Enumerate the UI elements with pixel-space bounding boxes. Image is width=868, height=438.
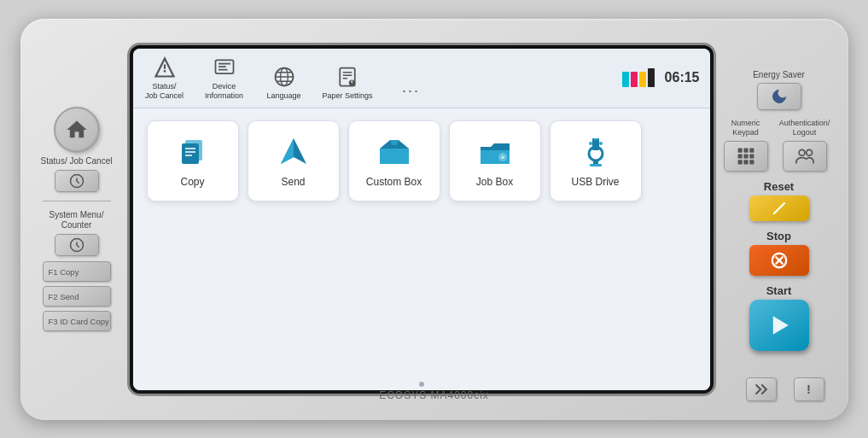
status-job-section: Status/ Job Cancel <box>41 107 113 192</box>
svg-text:+: + <box>501 155 504 161</box>
custom-box-label: Custom Box <box>366 176 422 188</box>
right-panel: Energy Saver Numeric Keypad <box>724 70 835 368</box>
start-button[interactable] <box>749 300 809 351</box>
svg-point-47 <box>806 149 812 155</box>
svg-rect-7 <box>218 66 226 67</box>
ink-magenta <box>631 72 638 87</box>
copy-label: Copy <box>180 176 204 188</box>
f3-id-card-button[interactable]: F3 ID Card Copy <box>43 311 111 331</box>
svg-rect-37 <box>737 148 742 152</box>
stop-label: Stop <box>766 230 791 242</box>
screen: Status/Job Cancel DeviceInformation <box>133 49 710 390</box>
start-label: Start <box>766 284 792 297</box>
svg-rect-8 <box>218 68 228 70</box>
nav-device-information[interactable]: DeviceInformation <box>203 55 246 101</box>
screen-container: Status/Job Cancel DeviceInformation <box>130 45 714 394</box>
left-panel: Status/ Job Cancel System Menu/ Counter … <box>34 107 119 331</box>
numeric-keypad-label: Numeric Keypad <box>724 119 768 137</box>
divider <box>43 201 111 201</box>
svg-rect-45 <box>749 160 754 164</box>
app-grid: Copy Send <box>147 120 696 201</box>
nav-paper-settings-label: Paper Settings <box>323 91 373 101</box>
status-job-cancel-label: Status/ Job Cancel <box>41 156 113 166</box>
svg-point-46 <box>799 149 805 155</box>
svg-rect-39 <box>749 148 754 152</box>
reset-label: Reset <box>764 180 794 193</box>
ink-levels <box>622 68 655 87</box>
svg-rect-36 <box>594 138 597 140</box>
system-menu-label: System Menu/ Counter <box>34 210 119 231</box>
system-menu-section: System Menu/ Counter <box>34 210 119 256</box>
energy-saver-section: Energy Saver <box>724 70 835 110</box>
svg-point-35 <box>599 142 603 145</box>
ink-black <box>648 68 655 87</box>
ink-yellow <box>639 72 646 87</box>
job-box-tile[interactable]: + Job Box <box>449 120 541 201</box>
svg-rect-22 <box>182 143 199 164</box>
screen-header: Status/Job Cancel DeviceInformation <box>133 49 710 108</box>
f2-send-button[interactable]: F2 Send <box>43 286 111 307</box>
svg-rect-33 <box>590 164 602 166</box>
svg-text:!: ! <box>807 382 811 396</box>
time-display: 06:15 <box>665 70 700 85</box>
reset-button[interactable] <box>749 196 809 221</box>
auth-logout-label: Authentication/ Logout <box>775 119 835 137</box>
energy-saver-label: Energy Saver <box>753 70 805 79</box>
svg-point-3 <box>163 70 166 73</box>
system-menu-button[interactable] <box>55 234 99 256</box>
more-dots[interactable]: ··· <box>402 82 420 100</box>
svg-rect-40 <box>737 154 742 158</box>
f1-copy-button[interactable]: F1 Copy <box>43 261 111 282</box>
ink-time-row: 06:15 <box>622 68 700 87</box>
fn-button-group: F1 Copy F2 Send F3 ID Card Copy <box>34 261 119 331</box>
nav-more[interactable]: ··· <box>390 82 433 100</box>
nav-status-label: Status/Job Cancel <box>145 82 184 101</box>
nav-paper-settings[interactable]: Paper Settings <box>323 65 373 101</box>
model-name: ECOSYS MA4000cix <box>379 389 489 401</box>
svg-point-34 <box>589 142 592 145</box>
screen-footer <box>133 378 710 390</box>
stop-button[interactable] <box>749 245 809 276</box>
svg-line-48 <box>774 203 784 213</box>
numeric-keypad-button[interactable] <box>724 141 768 172</box>
ink-cyan <box>622 72 629 87</box>
job-box-label: Job Box <box>476 176 513 188</box>
svg-marker-52 <box>772 316 788 335</box>
stop-section: Stop <box>749 230 809 276</box>
usb-drive-label: USB Drive <box>571 176 619 188</box>
header-nav-icons: Status/Job Cancel DeviceInformation <box>143 55 433 101</box>
bottom-right-row: ! <box>746 377 824 401</box>
alert-button[interactable]: ! <box>794 377 824 401</box>
copy-tile[interactable]: Copy <box>147 120 239 201</box>
numeric-keypad-section: Numeric Keypad <box>724 119 768 172</box>
svg-marker-27 <box>281 138 294 164</box>
home-button[interactable] <box>54 107 100 153</box>
send-label: Send <box>281 176 305 188</box>
header-right: 06:15 <box>622 68 700 87</box>
auth-logout-button[interactable] <box>783 141 827 172</box>
reset-section: Reset <box>749 180 809 221</box>
nav-language[interactable]: Language <box>263 65 306 101</box>
svg-rect-41 <box>743 154 748 158</box>
svg-rect-43 <box>737 160 742 164</box>
custom-box-tile[interactable]: Custom Box <box>348 120 440 201</box>
page-indicator-dot <box>419 382 424 387</box>
energy-saver-button[interactable] <box>757 83 801 110</box>
keypad-auth-row: Numeric Keypad Authe <box>724 119 835 172</box>
forward-arrows-button[interactable] <box>746 377 777 401</box>
nav-language-label: Language <box>266 91 300 101</box>
status-small-button[interactable] <box>55 170 99 192</box>
nav-device-label: DeviceInformation <box>205 82 243 101</box>
nav-status-job-cancel[interactable]: Status/Job Cancel <box>143 55 186 101</box>
usb-drive-tile[interactable]: USB Drive <box>550 120 642 201</box>
svg-rect-44 <box>743 160 748 164</box>
send-tile[interactable]: Send <box>248 120 340 201</box>
start-section: Start <box>749 284 809 351</box>
svg-rect-42 <box>749 154 754 158</box>
printer-body: Status/ Job Cancel System Menu/ Counter … <box>20 19 848 420</box>
svg-rect-6 <box>218 62 230 64</box>
auth-logout-section: Authentication/ Logout <box>775 119 835 172</box>
svg-rect-38 <box>743 148 748 152</box>
screen-body: Copy Send <box>133 108 710 378</box>
